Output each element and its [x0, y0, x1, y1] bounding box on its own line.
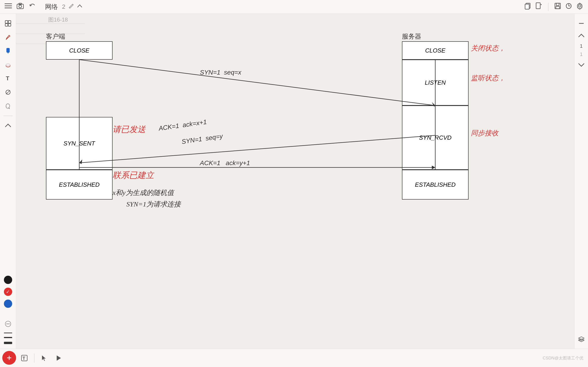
stroke-thin[interactable] [4, 333, 12, 333]
svg-point-16 [579, 5, 581, 7]
svg-rect-13 [556, 3, 559, 6]
history-icon[interactable] [565, 2, 572, 11]
svg-marker-48 [42, 355, 46, 361]
zoom-minus-icon[interactable] [576, 18, 586, 28]
svg-rect-2 [5, 8, 12, 8]
color-red-swatch[interactable]: ✓ [4, 288, 12, 296]
menu-icon[interactable] [5, 2, 12, 11]
svg-marker-41 [432, 166, 435, 169]
server-close-note: 关闭状态， [471, 44, 505, 53]
pen-tool-icon[interactable] [3, 32, 13, 42]
svg-rect-14 [556, 6, 560, 9]
marker-tool-icon[interactable] [3, 46, 13, 56]
page-number: 2 [62, 3, 65, 10]
shape-tool-icon[interactable] [3, 87, 13, 97]
svg-rect-8 [525, 4, 529, 9]
svg-marker-39 [79, 159, 82, 164]
toolbar-divider [548, 3, 548, 11]
color-black-swatch[interactable] [4, 276, 12, 284]
main-canvas[interactable]: 图16-18 客户端 服务器 CLOSE SYN_SENT ESTABLISHE… [16, 14, 574, 349]
svg-marker-49 [57, 355, 61, 361]
bottom-toolbar: T CSDN@太图请工个优 [0, 349, 588, 367]
svg-rect-18 [8, 21, 10, 23]
add-button[interactable] [2, 351, 16, 365]
svg-point-4 [19, 5, 22, 8]
syn-sent-note: 请已发送 [112, 124, 146, 135]
notebook-title: 网络 [45, 2, 58, 11]
layers-panel-icon[interactable] [576, 334, 586, 344]
layers-icon[interactable] [3, 18, 13, 28]
new-page-icon[interactable] [535, 2, 543, 11]
toolbar-center: 网络 2 [45, 2, 83, 11]
svg-line-28 [9, 108, 9, 109]
bottom-divider [34, 353, 35, 363]
settings-icon[interactable] [576, 2, 583, 11]
watermark: CSDN@太图请工个优 [543, 355, 583, 361]
toolbar-left [5, 2, 36, 11]
server-syn-rcvd-note: 同步接收 [471, 128, 498, 138]
server-listen-note: 监听状态， [471, 73, 505, 83]
svg-rect-1 [5, 6, 12, 6]
syn-seq-label: SYN=1 seq=x [200, 69, 242, 76]
bottom-play-icon[interactable] [54, 353, 64, 363]
edit-icon[interactable] [69, 3, 74, 10]
save-icon[interactable] [554, 2, 561, 11]
svg-point-24 [6, 64, 10, 66]
camera-icon[interactable] [17, 2, 24, 11]
chevron-up-icon[interactable] [77, 3, 83, 10]
svg-rect-22 [6, 48, 9, 52]
left-sidebar: T ✓ [0, 14, 16, 349]
undo-icon[interactable] [28, 2, 36, 11]
bottom-cursor-icon[interactable] [39, 353, 49, 363]
svg-text:T: T [23, 356, 25, 361]
text-tool-icon[interactable]: T [3, 73, 13, 83]
tcp-diagram: 客户端 服务器 CLOSE SYN_SENT ESTABLISHED CLOSE… [39, 32, 544, 239]
svg-line-36 [79, 60, 435, 106]
svg-rect-19 [5, 24, 8, 26]
page-total: 1 [580, 51, 582, 57]
lasso-tool-icon[interactable] [3, 101, 13, 111]
stroke-medium[interactable] [4, 337, 12, 338]
svg-text:T: T [6, 75, 9, 81]
ack-final-label: ACK=1 ack=y+1 [200, 159, 250, 167]
svg-rect-17 [5, 21, 8, 23]
svg-line-38 [79, 135, 435, 163]
eraser-icon[interactable] [3, 60, 13, 70]
svg-rect-0 [5, 3, 12, 4]
svg-rect-9 [536, 3, 540, 9]
toolbar-right [524, 2, 583, 11]
right-sidebar: 1 1 [574, 14, 588, 349]
page-indicator: 1 [580, 43, 582, 49]
page-hint: 图16-18 [48, 16, 68, 23]
diagram-arrows [39, 32, 521, 216]
copy-page-icon[interactable] [524, 2, 531, 11]
bottom-text-icon[interactable]: T [19, 353, 29, 363]
syn-meaning-note: SYN=1为请求连接 [126, 200, 181, 209]
color-blue-swatch[interactable] [4, 300, 12, 308]
svg-marker-37 [432, 102, 435, 107]
scroll-up-icon[interactable] [576, 31, 586, 41]
scroll-down-icon[interactable] [576, 60, 586, 70]
sidebar-separator [3, 116, 13, 116]
svg-rect-20 [8, 24, 10, 26]
stroke-thick[interactable] [4, 342, 12, 344]
top-toolbar: 网络 2 [0, 0, 588, 14]
collapse-icon[interactable] [3, 121, 13, 131]
random-values-note: x和y为生成的随机值 [112, 188, 174, 198]
minus-icon[interactable] [3, 319, 13, 329]
svg-line-6 [73, 4, 73, 5]
established-note: 联系已建立 [112, 170, 154, 181]
